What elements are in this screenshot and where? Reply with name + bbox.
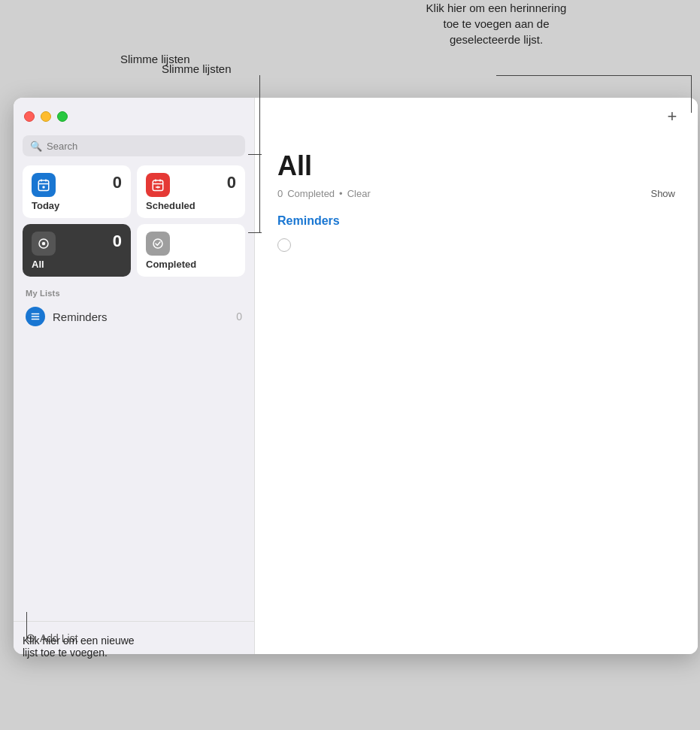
- all-label: All: [32, 259, 122, 270]
- completed-count-label: 0: [277, 188, 283, 199]
- smart-lists-grid: 0 Today: [14, 165, 254, 286]
- today-icon: [32, 173, 56, 197]
- maximize-button[interactable]: [57, 111, 68, 122]
- all-icon: [32, 232, 56, 256]
- reminders-list-name: Reminders: [53, 310, 229, 323]
- page-title: All: [277, 150, 675, 182]
- show-button[interactable]: Show: [650, 188, 675, 199]
- add-reminder-button[interactable]: +: [662, 106, 683, 127]
- today-label: Today: [32, 200, 122, 211]
- svg-point-12: [42, 242, 46, 246]
- smart-lists-annotation-label: Slimme lijsten: [162, 62, 232, 75]
- close-button[interactable]: [24, 111, 35, 122]
- today-count: 0: [113, 173, 122, 192]
- app-window: 🔍 0: [14, 98, 698, 654]
- svg-rect-0: [38, 180, 49, 191]
- main-content: + All 0 Completed • Clear Show Reminders: [255, 98, 698, 654]
- sidebar: 🔍 0: [14, 98, 254, 654]
- main-body: All 0 Completed • Clear Show Reminders: [255, 135, 698, 270]
- all-count: 0: [113, 232, 122, 251]
- smart-list-today[interactable]: 0 Today: [23, 165, 131, 218]
- svg-rect-5: [153, 180, 163, 191]
- scheduled-icon: [146, 173, 170, 197]
- clear-button[interactable]: Clear: [347, 188, 371, 199]
- smart-list-scheduled[interactable]: 0 Scheduled: [137, 165, 245, 218]
- separator: •: [339, 188, 343, 199]
- reminders-list-count: 0: [236, 310, 242, 323]
- completed-bar: 0 Completed • Clear Show: [277, 188, 675, 199]
- add-list-annotation-line: [26, 612, 27, 638]
- main-toolbar: +: [255, 98, 698, 135]
- reminders-list-icon: [26, 307, 45, 326]
- add-reminder-line-h: [496, 75, 692, 76]
- search-bar[interactable]: 🔍: [23, 135, 245, 156]
- my-lists-label: My Lists: [14, 286, 254, 302]
- scheduled-count: 0: [227, 173, 236, 192]
- search-input[interactable]: [47, 141, 238, 152]
- add-reminder-annotation: Klik hier om een herinneringtoe te voege…: [398, 0, 594, 47]
- smart-lists-annotation-tick2: [248, 154, 262, 155]
- smart-list-all[interactable]: 0 All: [23, 224, 131, 277]
- svg-point-13: [153, 239, 162, 248]
- titlebar: [14, 98, 254, 135]
- add-reminder-line-v: [691, 75, 692, 113]
- reminder-checkbox-1[interactable]: [277, 238, 291, 252]
- reminder-item-1: [277, 235, 675, 255]
- completed-icon: [146, 232, 170, 256]
- completed-label: Completed: [146, 259, 236, 270]
- svg-rect-4: [43, 186, 45, 189]
- smart-lists-annotation-tick: [248, 232, 262, 233]
- add-list-annotation-label: Klik hier om een nieuwelijst toe te voeg…: [23, 635, 211, 659]
- scheduled-label: Scheduled: [146, 200, 236, 211]
- reminders-section-title: Reminders: [277, 214, 675, 228]
- completed-text: Completed: [287, 188, 335, 199]
- list-item-reminders[interactable]: Reminders 0: [14, 302, 254, 331]
- smart-list-completed[interactable]: Completed: [137, 224, 245, 277]
- search-icon: 🔍: [30, 141, 42, 152]
- minimize-button[interactable]: [41, 111, 51, 122]
